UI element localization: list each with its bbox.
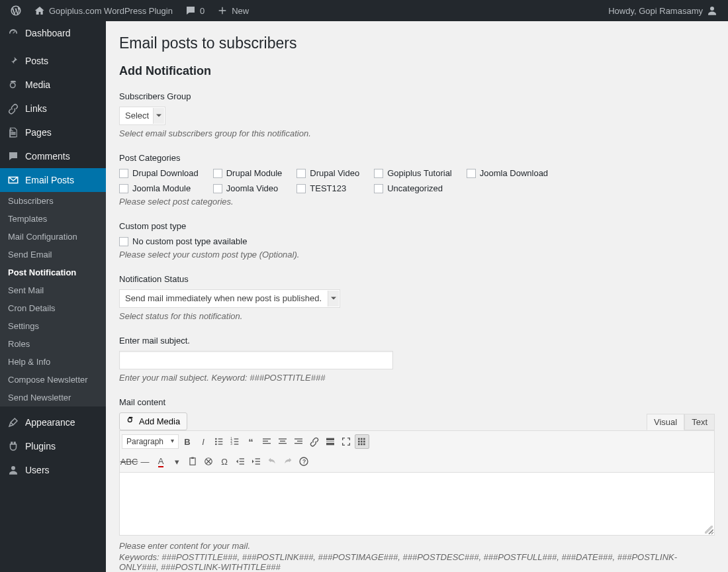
svg-rect-23 [297, 441, 302, 442]
add-media-button[interactable]: Add Media [119, 412, 187, 430]
category-checkbox[interactable]: Joomla Video [213, 183, 283, 193]
link-icon [7, 102, 20, 115]
menu-label: Users [25, 465, 50, 475]
svg-rect-14 [234, 441, 239, 442]
menu-item-media[interactable]: Media [0, 73, 106, 97]
admin-bar-left: Gopiplus.com WordPress Plugin 0 New [5, 0, 253, 21]
bullet-list-icon[interactable] [212, 434, 226, 449]
submenu-subscribers[interactable]: Subscribers [0, 192, 106, 210]
submenu-send-email[interactable]: Send Email [0, 246, 106, 263]
menu-item-dashboard[interactable]: Dashboard [0, 21, 106, 45]
post-categories-desc: Please select post categories. [119, 197, 715, 207]
menu-item-pages[interactable]: Pages [0, 120, 106, 144]
mail-subject-input[interactable] [119, 351, 393, 369]
site-name-link[interactable]: Gopiplus.com WordPress Plugin [29, 0, 177, 21]
fullscreen-icon[interactable] [339, 434, 353, 449]
wp-logo[interactable] [5, 0, 26, 21]
category-checkbox[interactable]: Joomla Download [467, 168, 548, 178]
menu-item-posts[interactable]: Posts [0, 49, 106, 73]
paste-text-icon[interactable] [185, 454, 200, 469]
submenu-templates[interactable]: Templates [0, 210, 106, 228]
submenu-settings[interactable]: Settings [0, 317, 106, 335]
submenu-send-newsletter[interactable]: Send Newsletter [0, 389, 106, 406]
svg-point-2 [11, 466, 15, 470]
horizontal-line-icon[interactable]: — [138, 454, 152, 469]
menu-item-users[interactable]: Users [0, 458, 106, 482]
category-checkbox[interactable]: Drupal Module [213, 168, 283, 178]
comment-icon [7, 150, 20, 163]
format-select[interactable]: Paragraph [122, 434, 179, 449]
menu-item-email-posts[interactable]: Email Posts [0, 168, 106, 192]
submenu-mail-config[interactable]: Mail Configuration [0, 228, 106, 246]
home-icon [34, 5, 46, 17]
page-title: Email posts to subscribers [119, 34, 715, 52]
text-color-picker-icon[interactable]: ▾ [169, 454, 184, 469]
category-checkbox[interactable]: Uncategorized [374, 183, 452, 193]
category-checkbox[interactable]: Drupal Download [119, 168, 199, 178]
menu-item-plugins[interactable]: Plugins [0, 434, 106, 458]
blockquote-icon[interactable]: “ [244, 434, 258, 449]
howdy-text: Howdy, Gopi Ramasamy [608, 6, 703, 16]
toolbar-toggle-icon[interactable] [355, 434, 369, 449]
special-char-icon[interactable]: Ω [217, 454, 232, 469]
italic-icon[interactable]: I [196, 434, 210, 449]
menu-item-links[interactable]: Links [0, 97, 106, 120]
submenu-help-info[interactable]: Help & Info [0, 353, 106, 371]
undo-icon[interactable] [265, 454, 279, 469]
keyboard-help-icon[interactable]: ? [296, 454, 311, 469]
comments-link[interactable]: 0 [180, 0, 209, 21]
submenu-roles[interactable]: Roles [0, 335, 106, 353]
plugin-icon [7, 440, 20, 453]
site-title: Gopiplus.com WordPress Plugin [49, 6, 173, 16]
category-checkbox[interactable]: Drupal Video [296, 168, 359, 178]
strikethrough-icon[interactable]: ABC [122, 454, 136, 469]
insert-link-icon[interactable] [307, 434, 322, 449]
editor-toolbar: Paragraph B I 123 “ ABC — [119, 430, 715, 473]
svg-rect-40 [240, 458, 244, 459]
media-icon [7, 78, 20, 91]
category-checkbox[interactable]: TEST123 [296, 183, 359, 193]
submenu-compose-newsletter[interactable]: Compose Newsletter [0, 371, 106, 389]
submenu-sent-mail[interactable]: Sent Mail [0, 281, 106, 299]
menu-item-appearance[interactable]: Appearance [0, 410, 106, 434]
svg-rect-19 [279, 438, 287, 439]
menu-item-comments[interactable]: Comments [0, 144, 106, 168]
new-content-link[interactable]: New [212, 0, 253, 21]
bold-icon[interactable]: B [180, 434, 195, 449]
category-checkbox[interactable]: Gopiplus Tutorial [374, 168, 452, 178]
submenu-email-posts: Subscribers Templates Mail Configuration… [0, 192, 106, 406]
svg-rect-22 [295, 438, 302, 439]
dashboard-icon [7, 26, 20, 40]
mail-content-label: Mail content [119, 397, 715, 407]
subscribers-group-select[interactable]: Select [119, 107, 165, 125]
text-color-icon[interactable]: A [154, 454, 168, 469]
submenu-post-notification[interactable]: Post Notification [0, 263, 106, 281]
mail-subject-label: Enter mail subject. [119, 336, 715, 346]
category-checkbox[interactable]: Joomla Module [119, 183, 199, 193]
outdent-icon[interactable] [233, 454, 248, 469]
notification-status-select[interactable]: Send mail immediately when new post is p… [119, 289, 340, 308]
svg-rect-43 [255, 458, 260, 459]
custom-post-type-checkbox[interactable]: No custom post type available [119, 236, 715, 246]
tab-text[interactable]: Text [684, 414, 715, 430]
user-menu[interactable]: Howdy, Gopi Ramasamy [604, 0, 723, 21]
editor-textarea[interactable] [119, 473, 715, 536]
redo-icon[interactable] [281, 454, 295, 469]
align-center-icon[interactable] [275, 434, 290, 449]
main-wrap: Dashboard Posts Media Links Pages Commen… [0, 21, 728, 572]
read-more-icon[interactable] [323, 434, 338, 449]
svg-rect-16 [263, 438, 271, 439]
indent-icon[interactable] [249, 454, 263, 469]
svg-point-1 [11, 83, 16, 88]
align-right-icon[interactable] [291, 434, 306, 449]
numbered-list-icon[interactable]: 123 [228, 434, 242, 449]
svg-rect-25 [326, 438, 334, 440]
svg-rect-17 [263, 441, 268, 442]
tab-visual[interactable]: Visual [647, 414, 684, 430]
submenu-cron-details[interactable]: Cron Details [0, 299, 106, 317]
clear-formatting-icon[interactable] [201, 454, 216, 469]
align-left-icon[interactable] [259, 434, 274, 449]
svg-rect-41 [240, 461, 244, 461]
menu-label: Comments [25, 151, 70, 162]
svg-rect-32 [361, 441, 363, 443]
